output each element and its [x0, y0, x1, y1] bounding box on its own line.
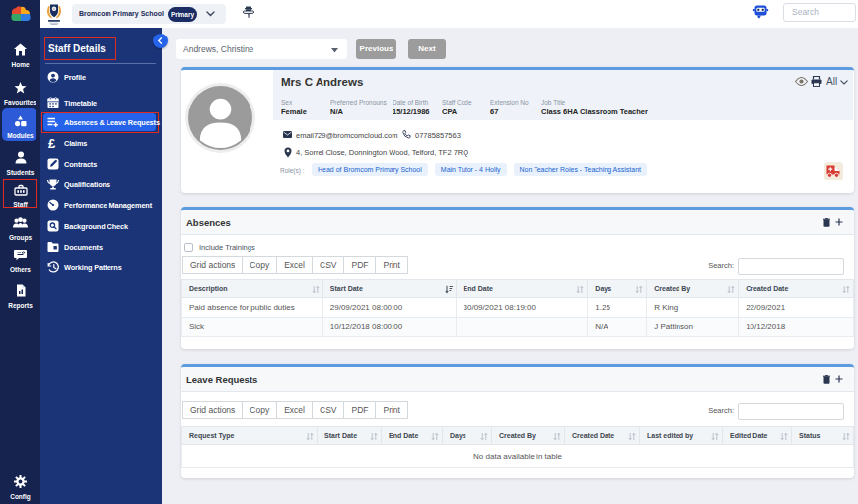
svg-text:£: £	[48, 137, 56, 149]
